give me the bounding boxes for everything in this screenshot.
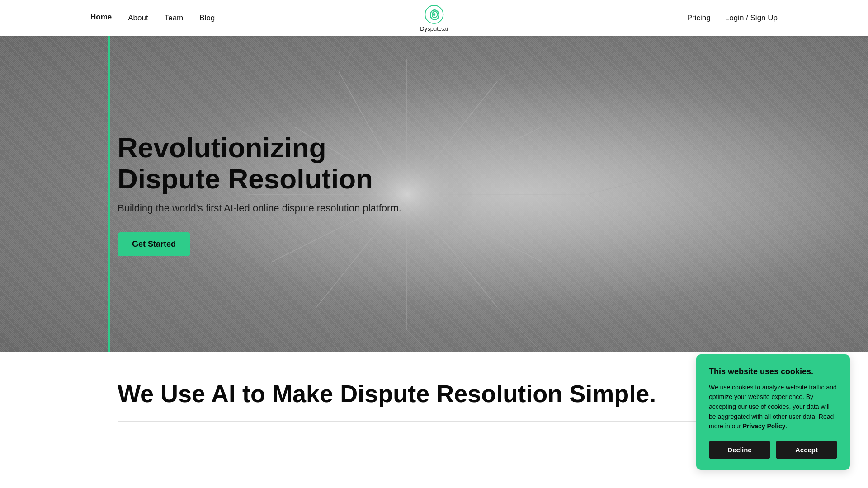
hero-subtitle: Building the world's first AI-led online… xyxy=(118,202,407,214)
svg-line-18 xyxy=(588,194,656,239)
svg-line-21 xyxy=(407,330,429,352)
get-started-button[interactable]: Get Started xyxy=(118,232,190,256)
svg-line-14 xyxy=(497,36,565,81)
nav-pricing[interactable]: Pricing xyxy=(687,14,711,23)
hero-title: Revolutionizing Dispute Resolution xyxy=(118,132,407,194)
nav-blog[interactable]: Blog xyxy=(199,14,215,23)
nav-left: Home About Team Blog xyxy=(90,13,215,23)
privacy-policy-link[interactable]: Privacy Policy xyxy=(743,422,786,430)
hero-section: Revolutionizing Dispute Resolution Build… xyxy=(0,36,868,352)
svg-point-1 xyxy=(433,13,435,16)
cookie-title: This website uses cookies. xyxy=(709,367,837,376)
nav-about[interactable]: About xyxy=(128,14,148,23)
lower-title: We Use AI to Make Dispute Resolution Sim… xyxy=(118,380,750,408)
svg-line-15 xyxy=(497,59,520,81)
cookie-body: We use cookies to analyze website traffi… xyxy=(709,383,837,432)
hero-content: Revolutionizing Dispute Resolution Build… xyxy=(0,132,407,256)
nav-right: Pricing Login / Sign Up xyxy=(687,14,778,23)
nav-team[interactable]: Team xyxy=(165,14,184,23)
svg-line-20 xyxy=(497,307,542,352)
svg-line-26 xyxy=(339,36,362,72)
nav-auth[interactable]: Login / Sign Up xyxy=(725,14,778,23)
svg-line-17 xyxy=(588,172,678,194)
navbar: Home About Team Blog Dyspute.ai Pricing … xyxy=(0,0,868,36)
lower-divider xyxy=(118,421,750,422)
cookie-buttons: Decline Accept xyxy=(709,441,837,459)
cookie-banner: This website uses cookies. We use cookie… xyxy=(696,354,850,470)
nav-home[interactable]: Home xyxy=(90,13,112,23)
svg-line-22 xyxy=(316,307,339,352)
svg-line-19 xyxy=(542,262,610,307)
logo-text: Dyspute.ai xyxy=(420,25,448,32)
logo-icon xyxy=(424,5,444,24)
accept-button[interactable]: Accept xyxy=(776,441,837,459)
svg-line-23 xyxy=(226,262,271,307)
svg-line-16 xyxy=(542,104,610,127)
logo[interactable]: Dyspute.ai xyxy=(420,5,448,32)
decline-button[interactable]: Decline xyxy=(709,441,770,459)
svg-line-25 xyxy=(226,81,294,127)
